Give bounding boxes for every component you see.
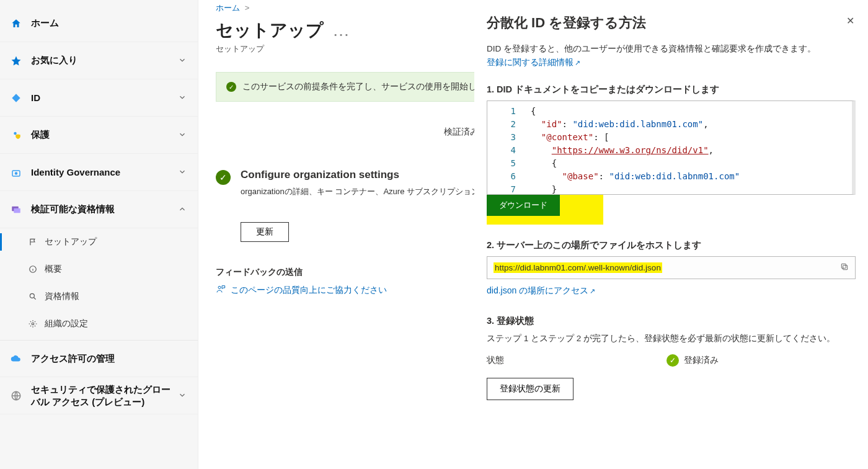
status-label: 状態 <box>487 355 666 366</box>
sidebar: ホーム お気に入り ID 保護 Identity Governance 検証可能… <box>0 0 198 469</box>
info-icon <box>27 264 38 275</box>
sidebar-item-home[interactable]: ホーム <box>0 5 198 42</box>
checkmark-icon: ✓ <box>216 170 231 185</box>
nav-label: ID <box>31 92 178 103</box>
access-location-link[interactable]: did.json の場所にアクセス↗ <box>487 285 595 295</box>
url-box: https://did.labnm01.com/.well-known/did.… <box>487 256 856 279</box>
globe-icon <box>10 390 22 402</box>
close-button[interactable]: ✕ <box>846 15 854 27</box>
cloud-icon <box>10 352 22 365</box>
step1-title: 1. DID ドキュメントをコピーまたはダウンロードします <box>487 84 856 96</box>
sidebar-item-verifiable-credentials[interactable]: 検証可能な資格情報 <box>0 191 198 228</box>
more-actions-icon[interactable]: … <box>332 20 351 40</box>
svg-point-6 <box>30 293 34 298</box>
nav-label: セキュリティで保護されたグローバル アクセス (プレビュー) <box>31 383 178 408</box>
url-text: https://did.labnm01.com/.well-known/did.… <box>494 263 840 272</box>
sidebar-item-governance[interactable]: Identity Governance <box>0 154 198 191</box>
sidebar-sub-org-settings[interactable]: 組織の設定 <box>0 310 198 337</box>
person-feedback-icon <box>216 284 226 296</box>
nav-label: アクセス許可の管理 <box>31 353 188 365</box>
status-value: 登録済み <box>684 355 719 366</box>
svg-point-2 <box>15 172 18 175</box>
search-icon <box>27 291 38 302</box>
sub-label: 組織の設定 <box>45 318 88 329</box>
credential-icon <box>10 203 22 216</box>
refresh-status-button[interactable]: 登録状態の更新 <box>487 378 574 400</box>
governance-icon <box>10 166 22 179</box>
sidebar-sub-credentials[interactable]: 資格情報 <box>0 283 198 310</box>
step2-title: 2. サーバー上のこの場所でファイルをホストします <box>487 239 856 251</box>
svg-rect-10 <box>843 266 848 270</box>
sub-label: 概要 <box>45 264 62 275</box>
nav-label: Identity Governance <box>31 167 178 177</box>
breadcrumb-home[interactable]: ホーム <box>216 3 240 12</box>
banner-text: このサービスの前提条件を完了し、サービスの使用を開始し、資格 <box>242 81 503 92</box>
step3-title: 3. 登録状態 <box>487 315 856 327</box>
sidebar-item-permissions[interactable]: アクセス許可の管理 <box>0 340 198 377</box>
nav-label: 保護 <box>31 129 178 141</box>
shield-person-icon <box>10 129 22 141</box>
svg-point-0 <box>14 132 17 135</box>
checkmark-icon: ✓ <box>226 82 236 92</box>
code-gutter: 1 2 3 4 5 6 7 <box>487 101 525 194</box>
nav-label: 検証可能な資格情報 <box>31 203 178 215</box>
copy-icon[interactable] <box>840 262 849 273</box>
did-registration-panel: 分散化 ID を登録する方法 ✕ DID を登録すると、他のユーザーが使用できる… <box>474 0 868 469</box>
download-button[interactable]: ダウンロード <box>487 195 560 216</box>
update-button[interactable]: 更新 <box>241 222 289 242</box>
code-body: { "id": "did:web:did.labnm01.com", "@con… <box>525 101 740 194</box>
main-content: ホーム > セットアップ … セットアップ ✓ このサービスの前提条件を完了し、… <box>198 0 868 469</box>
panel-title: 分散化 ID を登録する方法 <box>487 14 856 32</box>
chevron-down-icon <box>178 130 188 140</box>
diamond-icon <box>10 92 22 104</box>
star-icon <box>10 55 22 67</box>
breadcrumb-separator: > <box>245 3 250 12</box>
sub-label: セットアップ <box>45 236 97 248</box>
flag-icon <box>27 236 38 248</box>
svg-rect-11 <box>841 264 846 269</box>
chevron-down-icon <box>178 391 188 401</box>
sub-label: 資格情報 <box>45 291 79 302</box>
svg-point-9 <box>218 287 221 289</box>
code-block[interactable]: 1 2 3 4 5 6 7 { "id": "did:web:did.labnm… <box>487 100 856 195</box>
download-highlight: ダウンロード <box>487 195 603 225</box>
nav-label: ホーム <box>31 17 188 29</box>
status-row: 状態 ✓ 登録済み <box>487 354 856 367</box>
sidebar-item-id[interactable]: ID <box>0 79 198 117</box>
home-icon <box>10 17 22 30</box>
svg-point-7 <box>32 323 34 325</box>
sidebar-item-global-secure-access[interactable]: セキュリティで保護されたグローバル アクセス (プレビュー) <box>0 377 198 414</box>
chevron-down-icon <box>178 93 188 103</box>
step3-description: ステップ 1 とステップ 2 が完了したら、登録状態を必ず最新の状態に更新してく… <box>487 332 856 346</box>
nav-label: お気に入り <box>31 55 178 66</box>
status-check-icon: ✓ <box>666 354 679 367</box>
more-info-link[interactable]: 登録に関する詳細情報↗ <box>487 58 580 67</box>
svg-rect-4 <box>14 208 20 213</box>
chevron-up-icon <box>178 205 188 215</box>
sidebar-item-protection[interactable]: 保護 <box>0 117 198 154</box>
chevron-down-icon <box>178 56 188 66</box>
sidebar-item-favorites[interactable]: お気に入り <box>0 42 198 79</box>
gear-icon <box>27 318 38 329</box>
sidebar-sub-overview[interactable]: 概要 <box>0 256 198 283</box>
sidebar-sub-setup[interactable]: セットアップ <box>0 228 198 256</box>
panel-description: DID を登録すると、他のユーザーが使用できる資格情報と確認要求を作成できます。… <box>487 42 856 69</box>
chevron-down-icon <box>178 168 188 177</box>
